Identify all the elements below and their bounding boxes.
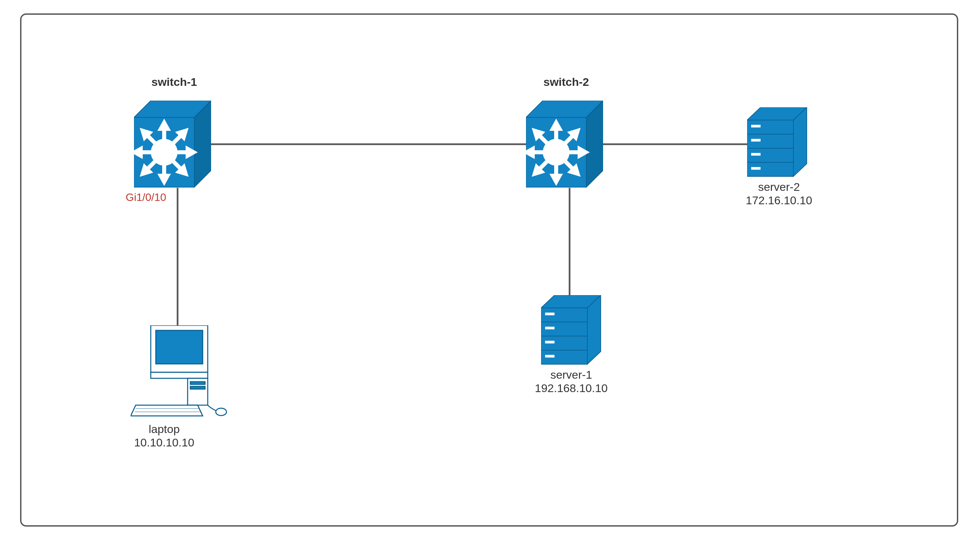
svg-marker-33: [571, 131, 578, 137]
svg-rect-59: [545, 355, 555, 357]
server-1-ip: 192.168.10.10: [528, 382, 615, 395]
svg-rect-67: [751, 139, 760, 142]
svg-marker-27: [553, 176, 560, 182]
svg-rect-66: [751, 125, 760, 128]
server-1-label: server-1: [528, 368, 615, 381]
svg-marker-39: [535, 167, 541, 174]
svg-marker-31: [580, 149, 585, 156]
laptop-label: laptop: [124, 423, 204, 436]
workstation-icon: [130, 326, 231, 419]
laptop-node[interactable]: [130, 326, 231, 421]
server-2-ip: 172.16.10.10: [735, 194, 822, 207]
svg-marker-13: [179, 131, 186, 137]
svg-rect-45: [190, 386, 205, 389]
svg-point-47: [216, 408, 226, 416]
svg-marker-11: [188, 149, 194, 156]
switch-1-port-label: Gi1/0/10: [126, 191, 166, 204]
svg-rect-44: [190, 382, 205, 385]
svg-rect-56: [545, 313, 555, 315]
svg-rect-57: [545, 327, 555, 329]
svg-marker-37: [571, 167, 578, 174]
laptop-ip: 10.10.10.10: [124, 436, 204, 449]
diagram-canvas: switch-1 Gi1/0/10 switch-2: [0, 0, 980, 541]
svg-rect-68: [751, 153, 760, 156]
switch-2-label: switch-2: [533, 75, 600, 89]
svg-marker-17: [179, 167, 186, 174]
svg-marker-25: [553, 123, 560, 129]
svg-marker-15: [143, 131, 150, 137]
server-icon: [541, 295, 601, 365]
switch-icon: [526, 101, 603, 188]
server-1-node[interactable]: [541, 295, 601, 367]
diagram-frame: [20, 13, 958, 527]
svg-rect-58: [545, 341, 555, 343]
svg-marker-29: [527, 149, 533, 156]
svg-marker-19: [143, 167, 150, 174]
server-icon: [747, 107, 807, 178]
svg-marker-5: [161, 123, 167, 129]
svg-rect-69: [751, 167, 760, 170]
server-2-label: server-2: [735, 180, 822, 193]
switch-1-node[interactable]: [134, 101, 211, 189]
switch-1-label: switch-1: [141, 75, 208, 89]
svg-rect-42: [151, 372, 208, 378]
svg-marker-9: [135, 149, 141, 156]
server-2-node[interactable]: [747, 107, 807, 179]
svg-marker-46: [130, 405, 203, 416]
svg-marker-7: [161, 176, 167, 182]
switch-icon: [134, 101, 211, 188]
svg-marker-35: [535, 131, 541, 137]
svg-rect-41: [156, 330, 203, 364]
switch-2-node[interactable]: [526, 101, 603, 189]
